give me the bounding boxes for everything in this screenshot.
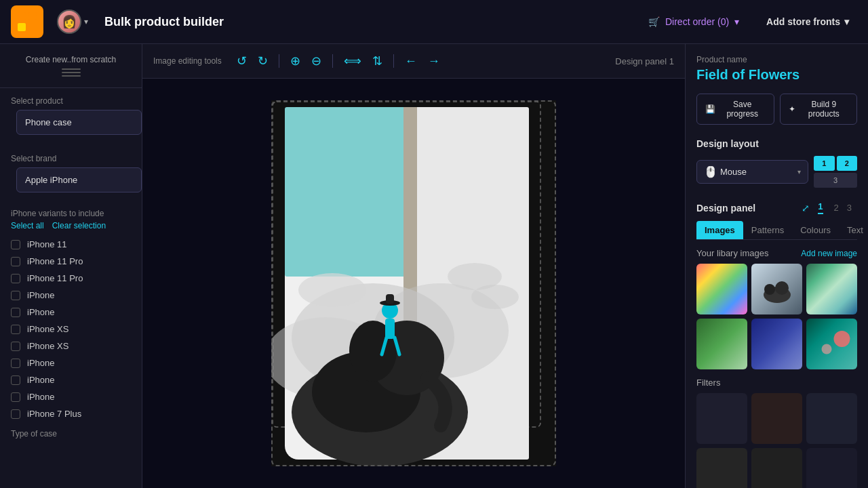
arrow-left-button[interactable]: ←	[401, 52, 421, 70]
design-panel-header: Design panel ⤢ 1 2 3	[696, 201, 857, 214]
variant-label: iPhone	[27, 375, 54, 385]
variant-checkbox-iphone11pro-2[interactable]	[11, 274, 20, 283]
list-item: iPhone 7 Plus	[0, 405, 142, 422]
svg-rect-22	[386, 294, 394, 304]
layout-chevron-icon: ▾	[797, 168, 801, 176]
build-products-button[interactable]: ✦ Build 9 products	[780, 94, 858, 125]
svg-point-29	[834, 331, 850, 347]
canvas-content	[142, 79, 685, 488]
list-item: iPhone	[0, 388, 142, 405]
filter-6[interactable]	[806, 448, 857, 488]
variant-checkbox-iphonexs-2[interactable]	[11, 342, 20, 351]
panel-number-2[interactable]: 2	[834, 203, 839, 213]
variant-checkbox-iphone-4[interactable]	[11, 375, 20, 385]
variants-links: Select all Clear selection	[0, 221, 142, 236]
filter-4[interactable]	[696, 448, 747, 488]
library-image-5[interactable]	[751, 319, 802, 369]
product-select[interactable]: Phone case	[16, 110, 142, 135]
direct-order-button[interactable]: 🛒 Direct order (0) ▾	[640, 11, 747, 33]
save-icon: 💾	[705, 104, 715, 114]
tab-images[interactable]: Images	[696, 221, 743, 239]
product-select-wrapper[interactable]: Phone case	[8, 110, 134, 138]
action-buttons: 💾 Save progress ✦ Build 9 products	[696, 94, 857, 125]
library-image-2[interactable]	[751, 264, 802, 314]
user-avatar-wrapper[interactable]: 👩 ▾	[57, 9, 88, 34]
brand-select[interactable]: Apple iPhone	[16, 167, 142, 192]
add-store-button[interactable]: Add store fronts ▾	[758, 11, 857, 33]
filter-2[interactable]	[751, 393, 802, 444]
separator-2	[332, 54, 333, 68]
expand-icon[interactable]: ⤢	[802, 203, 810, 214]
svg-point-25	[471, 285, 519, 309]
svg-point-27	[775, 281, 789, 295]
main-layout: Create new..from scratch Select product …	[0, 44, 868, 488]
variant-checkbox-iphone-2[interactable]	[11, 308, 20, 317]
library-image-1[interactable]	[696, 264, 747, 314]
library-image-3[interactable]	[806, 264, 857, 314]
svg-rect-1	[28, 12, 37, 16]
svg-point-23	[298, 273, 366, 307]
product-name-label: Product name	[696, 55, 857, 64]
flip-horizontal-button[interactable]: ⟺	[340, 52, 366, 70]
design-layout-title: Design layout	[696, 138, 857, 149]
list-item: iPhone 11 Pro	[0, 253, 142, 270]
svg-rect-18	[385, 319, 395, 339]
save-progress-button[interactable]: 💾 Save progress	[696, 94, 774, 125]
variant-checkbox-iphone-1[interactable]	[11, 291, 20, 300]
panel-number-3[interactable]: 3	[847, 203, 852, 213]
flip-vertical-button[interactable]: ⇅	[368, 52, 387, 70]
library-image-6[interactable]	[806, 319, 857, 369]
filter-5[interactable]	[751, 448, 802, 488]
variant-label: iPhone	[27, 392, 54, 402]
filters-section: Filters	[696, 378, 857, 488]
add-new-image-link[interactable]: Add new image	[801, 249, 857, 258]
layout-cell-3[interactable]: 3	[814, 173, 857, 188]
build-label: Build 9 products	[800, 100, 849, 119]
design-panel-label: Design panel 1	[615, 56, 674, 66]
variant-checkbox-iphone-5[interactable]	[11, 392, 20, 402]
canvas-area: Image editing tools ↺ ↻ ⊕ ⊖ ⟺ ⇅ ← → Desi…	[142, 44, 685, 488]
build-icon: ✦	[789, 104, 795, 114]
layout-cell-1[interactable]: 1	[814, 156, 835, 171]
avatar: 👩	[57, 9, 81, 34]
svg-point-28	[764, 284, 775, 295]
brand-select-wrapper[interactable]: Apple iPhone	[8, 167, 134, 195]
tab-text[interactable]: Text	[839, 221, 868, 239]
filter-grid	[696, 393, 857, 488]
select-all-link[interactable]: Select all	[11, 221, 44, 230]
filter-1[interactable]	[696, 393, 747, 444]
clear-selection-link[interactable]: Clear selection	[52, 221, 106, 230]
variant-checkbox-iphone11pro-1[interactable]	[11, 257, 20, 266]
variant-checkbox-iphone-3[interactable]	[11, 359, 20, 368]
layout-dropdown[interactable]: 🖱️ Mouse ▾	[696, 160, 808, 184]
list-item: iPhone XS	[0, 338, 142, 354]
variant-checkbox-iphone7plus[interactable]	[11, 409, 20, 419]
image-grid	[696, 264, 857, 369]
filter-3[interactable]	[806, 393, 857, 444]
design-layout-row: 🖱️ Mouse ▾ 1 2 3	[696, 156, 857, 188]
variant-checkbox-iphonexs-1[interactable]	[11, 325, 20, 334]
list-item: iPhone	[0, 354, 142, 371]
layout-cell-2[interactable]: 2	[837, 156, 858, 171]
mouse-icon: 🖱️	[704, 165, 717, 178]
library-image-4[interactable]	[696, 319, 747, 369]
zoom-out-button[interactable]: ⊖	[307, 52, 326, 70]
create-from-scratch[interactable]: Create new..from scratch	[0, 44, 142, 88]
variant-checkbox-iphone11[interactable]	[11, 240, 20, 249]
tab-patterns[interactable]: Patterns	[743, 221, 792, 239]
variant-label: iPhone XS	[27, 341, 68, 351]
undo-button[interactable]: ↺	[233, 52, 251, 70]
tab-colours[interactable]: Colours	[792, 221, 839, 239]
sidebar: Create new..from scratch Select product …	[0, 44, 142, 488]
svg-rect-2	[18, 23, 26, 31]
create-text: Create new..from scratch	[11, 55, 131, 64]
redo-button[interactable]: ↻	[254, 52, 272, 70]
direct-order-label: Direct order (0)	[665, 16, 729, 27]
menu-icon	[11, 68, 131, 77]
panel-number-1[interactable]: 1	[818, 201, 823, 214]
header: 👩 ▾ Bulk product builder 🛒 Direct order …	[0, 0, 868, 44]
layout-grid: 1 2 3	[814, 156, 857, 188]
design-panel-title: Design panel	[696, 203, 755, 214]
zoom-in-button[interactable]: ⊕	[286, 52, 304, 70]
arrow-right-button[interactable]: →	[424, 52, 444, 70]
